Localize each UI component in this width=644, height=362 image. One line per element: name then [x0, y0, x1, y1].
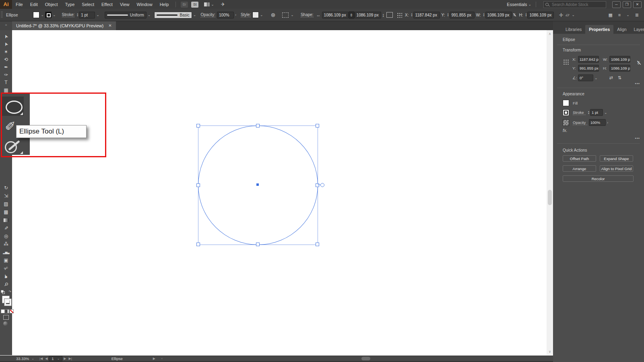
style-swatch[interactable] [252, 12, 259, 18]
rotate-tool[interactable]: ↻ [0, 184, 12, 192]
pen-tool[interactable]: ✒ [0, 63, 12, 71]
h-stepper[interactable]: ▴▾ [525, 13, 526, 17]
stroke-weight-value[interactable]: 1 pt [79, 12, 95, 19]
selection-handle-sw[interactable] [196, 243, 200, 246]
fill-swatch[interactable] [33, 12, 39, 18]
ellipse-tool-selected[interactable] [2, 97, 24, 116]
item-file[interactable]: File [12, 0, 27, 9]
share-icon[interactable]: ✈ [221, 2, 225, 7]
selection-handle-e[interactable] [316, 183, 319, 187]
rectangular-grid-tool[interactable]: ▦ [0, 86, 12, 94]
slice-tool[interactable]: ✄ [0, 264, 12, 272]
live-shape-widget[interactable] [320, 183, 324, 187]
chevron-down-icon[interactable]: ⌄ [53, 13, 56, 17]
item-window[interactable]: Window [133, 0, 156, 9]
next-artboard-icon[interactable]: ▶ [64, 357, 66, 360]
zoom-level[interactable]: 33.33% [16, 356, 29, 361]
item-effect[interactable]: Effect [98, 0, 116, 9]
chevron-down-icon[interactable]: ⌄ [260, 13, 263, 17]
chevron-left-icon[interactable]: ‹ [161, 357, 163, 360]
stock-button[interactable]: St [191, 2, 198, 8]
stroke-swatch[interactable] [45, 12, 52, 18]
arrange-documents-icon[interactable] [204, 2, 210, 6]
document-setup-icon[interactable]: ⊛ [271, 12, 276, 18]
chevron-right-icon[interactable]: › [235, 13, 236, 17]
stroke-weight-stepper[interactable]: ▴▾ [588, 111, 589, 115]
unlink-proportions-icon[interactable]: ∞ [513, 12, 516, 17]
opacity-swatch[interactable] [563, 119, 569, 126]
w-value[interactable]: 1086.109 px [485, 12, 512, 19]
selection-handle-se[interactable] [316, 243, 319, 246]
mesh-tool[interactable]: ▩ [0, 208, 12, 216]
bounding-box-icon[interactable] [386, 12, 393, 18]
magic-wand-tool[interactable]: ✶ [0, 48, 12, 56]
toolbar-collapse-icon[interactable]: » [0, 21, 12, 30]
y-value[interactable]: 991.855 px [578, 65, 599, 72]
shear-icon[interactable]: ▱ [566, 12, 569, 18]
w-stepper[interactable]: ▴▾ [483, 13, 485, 17]
panel-menu-icon[interactable]: ≣ [635, 12, 639, 18]
hand-tool[interactable]: ☛ [0, 272, 12, 280]
y-stepper[interactable]: ▴▾ [447, 13, 448, 17]
constrain-proportions-icon[interactable]: ∞ [637, 60, 641, 66]
chevron-down-icon[interactable]: ⌄ [41, 13, 44, 17]
shape-width-value[interactable]: 1086.109 px [322, 12, 349, 19]
opacity-label[interactable]: Opacity: [200, 12, 215, 17]
paintbrush-tool[interactable]: ✐ [5, 119, 16, 134]
h-value[interactable]: 1086.109 px [527, 12, 554, 19]
item-edit[interactable]: Edit [27, 0, 41, 9]
selection-handle-nw[interactable] [196, 124, 200, 128]
previous-artboard-icon[interactable]: ◀ [45, 357, 47, 360]
align-options-icon[interactable]: ≡ [618, 12, 621, 17]
artboard-number[interactable]: 1 ⌄ [49, 356, 62, 361]
x-value[interactable]: 1187.842 px [413, 12, 440, 19]
chevron-down-icon[interactable]: ⌄ [31, 357, 34, 360]
chevron-down-icon[interactable]: ⌄ [572, 13, 575, 17]
gradient-tool[interactable] [0, 216, 12, 224]
selection-handle-w[interactable] [196, 183, 200, 187]
artboard-tool[interactable]: ▣ [0, 256, 12, 264]
tab-properties[interactable]: Properties [585, 25, 613, 34]
symbol-sprayer-tool[interactable]: ⁂ [0, 240, 12, 248]
chevron-down-icon[interactable]: ⌄ [291, 13, 294, 17]
stroke-color-swatch[interactable] [4, 299, 11, 306]
opacity-value[interactable]: 100% [217, 12, 234, 19]
chevron-down-icon[interactable]: ⌄ [193, 13, 196, 17]
selection-tool[interactable]: ➤ [0, 33, 12, 40]
fx-button[interactable]: fx. [563, 128, 568, 133]
gradient-button[interactable] [5, 309, 9, 313]
selection-handle-ne[interactable] [316, 124, 319, 128]
h-value[interactable]: 1086.109 px [609, 65, 630, 72]
x-value[interactable]: 1187.842 px [578, 56, 599, 63]
grid-icon[interactable]: ▦ [608, 12, 612, 18]
scroll-up-icon[interactable]: ∧ [547, 32, 553, 36]
more-options-icon[interactable]: ••• [635, 82, 640, 86]
scale-tool[interactable]: ⇲ [0, 192, 12, 200]
item-object[interactable]: Object [41, 0, 62, 9]
vertical-scrollbar[interactable]: ∧ ∨ [547, 30, 553, 355]
flip-horizontal-icon[interactable]: ⇄ [609, 75, 613, 80]
color-button[interactable] [1, 309, 5, 313]
more-options-icon[interactable]: ••• [635, 136, 640, 140]
close-button[interactable]: ✕ [633, 1, 642, 8]
item-recolor[interactable]: Recolor [563, 175, 634, 182]
document-tab[interactable]: Untitled-7* @ 33.33% (CMYK/GPU Preview) … [12, 21, 116, 30]
w-value[interactable]: 1086.109 px [609, 56, 630, 63]
restore-button[interactable]: ❐ [623, 1, 631, 8]
reference-point-icon[interactable] [563, 59, 570, 66]
minimize-button[interactable]: ─ [612, 1, 621, 8]
blend-tool[interactable]: ◎ [0, 232, 12, 240]
last-artboard-icon[interactable]: ▶| [68, 357, 72, 360]
x-stepper[interactable]: ▴▾ [411, 13, 413, 17]
item-arrange[interactable]: Arrange [563, 165, 596, 172]
width-profile-select[interactable]: Uniform [105, 12, 147, 19]
reference-point-icon[interactable] [397, 12, 402, 18]
horizontal-scroll-thumb[interactable] [361, 357, 370, 360]
type-tool[interactable]: T [0, 78, 12, 86]
lasso-tool[interactable]: ⟲ [0, 56, 12, 63]
none-button[interactable] [10, 309, 14, 313]
y-value[interactable]: 991.855 px [450, 12, 475, 19]
link-dimensions-icon[interactable]: ∞ [349, 11, 355, 19]
vertical-scroll-thumb[interactable] [548, 190, 552, 205]
stroke-weight-label[interactable]: Stroke: [62, 12, 75, 17]
